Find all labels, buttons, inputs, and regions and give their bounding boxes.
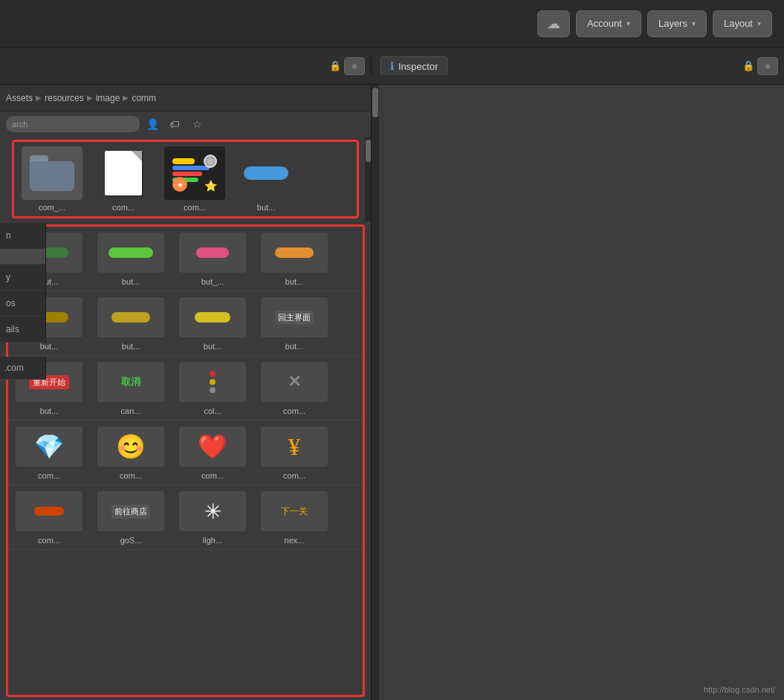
top-grid: com_... com... — [12, 140, 359, 218]
asset-label-but5: but... — [40, 342, 58, 351]
asset-cell-smiley[interactable]: 😊 com... — [90, 421, 172, 485]
layers-button[interactable]: Layers ▾ — [647, 10, 707, 37]
asset-thumb-cancel: 取消 — [97, 362, 164, 402]
asset-thumb-but3 — [179, 233, 246, 273]
asset-row-2: but... but... but... 回主界面 — [8, 291, 363, 356]
diamond-icon: 💎 — [34, 435, 64, 458]
heart-icon: ❤️ — [198, 435, 227, 458]
folder-thumb — [22, 146, 82, 200]
page-icon — [105, 151, 142, 195]
sidebar-item-y[interactable]: y — [0, 265, 45, 291]
folder-icon — [30, 155, 74, 191]
cloud-icon: ☁ — [547, 16, 560, 32]
menu-icon-btn[interactable]: ≡ — [344, 57, 365, 75]
grid-item-page[interactable]: com... — [90, 146, 157, 212]
layout-button[interactable]: Layout ▾ — [713, 10, 772, 37]
pill-green-bright — [108, 247, 153, 258]
asset-label-but4: but... — [285, 277, 303, 286]
smiley-icon: 😊 — [116, 435, 146, 458]
pill-orange — [275, 247, 314, 258]
layout-label: Layout — [724, 18, 753, 29]
asset-cell-but8[interactable]: 回主界面 but... — [253, 291, 335, 355]
breadcrumb-image[interactable]: image — [96, 93, 120, 103]
asset-thumb-but4 — [261, 233, 328, 273]
page-thumb — [93, 146, 154, 200]
asset-cell-but7[interactable]: but... — [172, 291, 253, 355]
asset-label-close: com... — [283, 406, 305, 415]
breadcrumb-assets[interactable]: Assets — [6, 93, 33, 103]
sprite-label: com... — [184, 203, 206, 212]
asset-cell-close[interactable]: ✕ com... — [253, 356, 335, 420]
asset-cell-but6[interactable]: but... — [90, 291, 172, 355]
asset-thumb-smiley: 😊 — [97, 427, 164, 467]
account-button[interactable]: Account ▾ — [576, 10, 641, 37]
asset-thumb-but8: 回主界面 — [261, 297, 328, 337]
watermark: http://blog.csdn.net/ — [704, 685, 775, 694]
breadcrumb-arrow3: ▶ — [123, 94, 129, 102]
yen-icon: ¥ — [288, 435, 300, 458]
sidebar-item-com[interactable]: .com — [0, 357, 46, 380]
sidebar-item-ails[interactable]: ails — [0, 317, 45, 343]
asset-thumb-orangepill — [16, 491, 82, 531]
asset-cell-cancel[interactable]: 取消 can... — [90, 356, 172, 420]
asset-thumb-color — [179, 362, 246, 402]
hui-main-btn: 回主界面 — [275, 311, 314, 325]
grid-item-folder[interactable]: com_... — [19, 146, 85, 212]
asset-cell-but2[interactable]: but... — [90, 227, 172, 291]
asset-label-but8: but... — [285, 342, 303, 351]
pill-yellow-bright — [195, 312, 230, 323]
asset-cell-yen[interactable]: ¥ com... — [253, 421, 335, 485]
asset-row-5: com... 前往商店 goS... ✳ ligh... 下一关 — [8, 485, 363, 550]
asset-row-3: 重新开始 but... 取消 can... — [8, 356, 363, 421]
search-bar[interactable]: arch — [6, 116, 140, 132]
layers-label: Layers — [658, 18, 687, 29]
asset-cell-diamond[interactable]: 💎 com... — [8, 421, 90, 485]
sidebar-item-n[interactable]: n — [0, 223, 45, 249]
sidebar-item-os[interactable]: os — [0, 291, 45, 317]
asset-cell-light[interactable]: ✳ ligh... — [172, 485, 253, 549]
account-label: Account — [587, 18, 622, 29]
account-arrow: ▾ — [626, 19, 630, 27]
asset-cell-but3[interactable]: but_... — [172, 227, 253, 291]
asset-row-4: 💎 com... 😊 com... ❤️ com... — [8, 421, 363, 485]
orange-pill-small — [34, 507, 64, 516]
breadcrumb-comm[interactable]: comm — [132, 93, 156, 103]
asset-cell-heart[interactable]: ❤️ com... — [172, 421, 253, 485]
asset-row-1: but... but... but_... — [8, 227, 363, 291]
asset-label-gostore: goS... — [120, 536, 142, 545]
inspector-label: Inspector — [398, 61, 438, 72]
asset-label-color: col... — [204, 406, 221, 415]
starburst-icon: ✳ — [204, 499, 221, 524]
tag-icon-btn[interactable]: 🏷 — [165, 114, 184, 134]
cloud-button[interactable]: ☁ — [537, 10, 570, 37]
person-icon-btn[interactable]: 👤 — [143, 114, 162, 134]
sprite-thumb: ⚙ ⭐ ★ — [164, 146, 225, 200]
asset-cell-next[interactable]: 下一关 nex... — [253, 485, 335, 549]
asset-label-restart: but... — [40, 406, 58, 415]
left-sidebar: n y os ails — [0, 223, 46, 343]
asset-cell-color[interactable]: col... — [172, 356, 253, 420]
gostore-btn-text: 前往商店 — [111, 505, 150, 519]
info-icon: ℹ — [390, 60, 394, 72]
asset-label-diamond: com... — [38, 471, 60, 480]
inspector-tab[interactable]: ℹ Inspector — [380, 56, 447, 75]
dots-color-btn — [210, 371, 216, 393]
left-scrollbar[interactable] — [372, 85, 379, 700]
asset-cell-but4[interactable]: but... — [253, 227, 335, 291]
right-menu-icon-btn[interactable]: ≡ — [757, 57, 778, 75]
star-icon-btn[interactable]: ☆ — [187, 114, 207, 134]
grid-item-sprite[interactable]: ⚙ ⭐ ★ com... — [161, 146, 228, 212]
breadcrumb: Assets ▶ resources ▶ image ▶ comm — [0, 85, 371, 111]
asset-thumb-but2 — [97, 233, 164, 273]
x-close-btn: ✕ — [288, 372, 301, 392]
asset-label-heart: com... — [201, 471, 224, 480]
grid-item-blue-btn[interactable]: but... — [233, 146, 299, 212]
sub-toolbar: 🔒 ≡ ℹ Inspector 🔒 ≡ — [0, 48, 784, 85]
asset-thumb-heart: ❤️ — [179, 427, 246, 467]
asset-label-but6: but... — [122, 342, 140, 351]
asset-cell-orangepill[interactable]: com... — [8, 485, 90, 549]
right-panel — [379, 85, 784, 700]
asset-cell-gostore[interactable]: 前往商店 goS... — [90, 485, 172, 549]
breadcrumb-resources[interactable]: resources — [45, 93, 84, 103]
sidebar-item-active[interactable] — [0, 249, 45, 265]
